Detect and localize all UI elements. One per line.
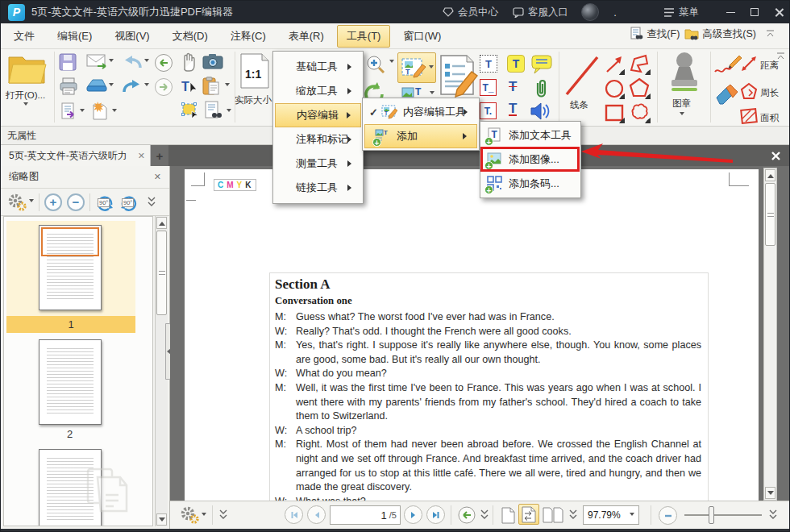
- maximize-button[interactable]: [742, 1, 767, 23]
- polyline-tool-button[interactable]: [628, 52, 651, 75]
- next-page-button[interactable]: [404, 505, 422, 524]
- previous-view-nav-button[interactable]: [457, 505, 476, 524]
- status-options-button[interactable]: [180, 506, 206, 524]
- distance-tool-button[interactable]: [739, 54, 759, 73]
- select-area-tool-button[interactable]: [180, 101, 201, 122]
- status-expand-chevron-icon[interactable]: [218, 509, 228, 521]
- scrollbar-thumb[interactable]: [156, 231, 167, 315]
- find-button[interactable]: 查找(F): [630, 27, 680, 41]
- redo-caret[interactable]: [144, 83, 149, 89]
- menu-item-measure-tools[interactable]: 测量工具: [275, 152, 361, 176]
- customer-service-button[interactable]: 客服入口: [513, 6, 568, 19]
- select-text-tool-button[interactable]: T: [180, 77, 199, 97]
- previous-view-button[interactable]: [154, 53, 173, 73]
- zoom-in-tool-button[interactable]: [365, 54, 386, 75]
- snapshot-button[interactable]: [202, 53, 223, 69]
- menu-item-content-edit[interactable]: 内容编辑: [275, 103, 361, 127]
- doc-scrollbar-thumb[interactable]: [765, 183, 775, 246]
- rectangle-tool-button[interactable]: [604, 102, 625, 123]
- search-document-button[interactable]: [204, 101, 223, 120]
- zoom-slider-handle[interactable]: [709, 506, 714, 524]
- circle-tool-button[interactable]: [604, 78, 625, 99]
- first-page-button[interactable]: [285, 505, 303, 524]
- scanner-button[interactable]: [86, 78, 107, 93]
- callout-text-tool-button[interactable]: T.: [480, 102, 497, 119]
- stamp-caret[interactable]: [680, 112, 684, 118]
- cloud-tool-button[interactable]: [628, 101, 651, 123]
- perimeter-tool-button[interactable]: [739, 81, 759, 101]
- menu-tools[interactable]: 工具(T): [337, 25, 391, 48]
- submenu-item-content-edit-tool[interactable]: ✓ T 内容编辑工具: [364, 100, 477, 124]
- undo-caret[interactable]: [144, 59, 149, 64]
- menu-edit[interactable]: 编辑(E): [48, 25, 102, 48]
- menu-item-link-tools[interactable]: 链接工具: [275, 176, 361, 200]
- redo-button[interactable]: [122, 77, 143, 95]
- user-avatar[interactable]: [581, 3, 599, 21]
- menu-window[interactable]: 窗口(W): [393, 25, 451, 48]
- thumbnail-page-2-label[interactable]: 2: [67, 428, 73, 440]
- eraser-tool-button[interactable]: [713, 83, 741, 107]
- thumbnail-zoom-in-button[interactable]: +: [44, 193, 62, 211]
- minimize-button[interactable]: [718, 1, 742, 23]
- close-button[interactable]: [767, 1, 790, 23]
- document-tab[interactable]: 5页-英文文件-英语六级听力 ✕: [1, 145, 151, 166]
- textbox-tool-button[interactable]: T_: [480, 79, 497, 96]
- print-button[interactable]: [59, 77, 78, 95]
- content-edit-tool-button[interactable]: T: [397, 52, 436, 83]
- fit-width-layout-button[interactable]: [518, 504, 539, 525]
- collapse-menubar-icon[interactable]: [766, 30, 775, 38]
- pdf-text-block[interactable]: Section A Conversation one M:Guess what?…: [269, 272, 709, 501]
- single-page-layout-button[interactable]: [497, 505, 518, 526]
- underline-text-button[interactable]: T: [509, 102, 517, 116]
- thumbnail-zoom-out-button[interactable]: −: [67, 193, 85, 211]
- new-document-caret[interactable]: [112, 109, 117, 114]
- clipboard-caret[interactable]: [225, 83, 230, 89]
- previous-page-button[interactable]: [307, 505, 326, 524]
- submenu-item-add-barcode[interactable]: + 添加条码...: [482, 172, 579, 196]
- thumbnail-options-button[interactable]: [7, 193, 34, 211]
- comment-note-button[interactable]: [531, 55, 552, 74]
- actual-size-button[interactable]: 1:1: [239, 52, 270, 89]
- menu-item-annotation[interactable]: 注释和标记: [275, 127, 361, 152]
- menu-item-zoom-tools[interactable]: 缩放工具: [275, 79, 361, 103]
- more-tools-chevron-icon[interactable]: [147, 197, 156, 208]
- pdf-page[interactable]: C M Y K Section A Conversation one M:Gue…: [185, 169, 759, 501]
- polygon-tool-button[interactable]: [628, 77, 651, 99]
- next-view-button[interactable]: [154, 77, 173, 97]
- document-scrollbar[interactable]: [763, 168, 777, 501]
- highlight-text-button[interactable]: T: [507, 55, 525, 73]
- menu-file[interactable]: 文件: [4, 25, 44, 48]
- edit-document-button[interactable]: [438, 54, 478, 101]
- open-caret[interactable]: [23, 102, 28, 108]
- attachment-button[interactable]: [533, 78, 549, 99]
- page-viewport-indicator[interactable]: [41, 227, 99, 256]
- zoom-out-button[interactable]: [659, 506, 677, 525]
- thumbnail-page-1-label[interactable]: 1: [6, 316, 135, 333]
- view-history-chevron-icon[interactable]: [480, 509, 489, 521]
- email-caret[interactable]: [109, 59, 114, 64]
- menu-comment[interactable]: 注释(C): [221, 25, 276, 48]
- last-page-button[interactable]: [426, 505, 445, 524]
- page-number-input[interactable]: [344, 509, 389, 522]
- email-button[interactable]: [86, 54, 107, 69]
- close-document-button[interactable]: [768, 148, 783, 163]
- menu-form[interactable]: 表单(R): [279, 25, 334, 48]
- rotate-left-button[interactable]: 90°: [95, 193, 114, 211]
- search-document-caret[interactable]: [227, 109, 231, 114]
- new-tab-button[interactable]: +: [151, 145, 168, 166]
- zoom-tool-caret[interactable]: [389, 60, 394, 65]
- thumbnail-page-1[interactable]: [39, 225, 102, 310]
- doc-scroll-up-button[interactable]: [765, 169, 775, 181]
- doc-scroll-down-button[interactable]: [765, 487, 775, 499]
- stamp-tool-button[interactable]: [665, 51, 704, 96]
- hamburger-menu-button[interactable]: 菜单: [663, 6, 699, 19]
- sound-annotation-button[interactable]: [530, 101, 552, 122]
- open-file-button[interactable]: [7, 52, 48, 86]
- hand-tool-button[interactable]: [180, 52, 198, 72]
- tab-close-icon[interactable]: ✕: [138, 151, 145, 161]
- thumbnail-page-2[interactable]: [39, 339, 102, 425]
- pencil-tool-button[interactable]: [713, 52, 742, 77]
- line-tool-button[interactable]: [563, 52, 601, 98]
- thumbnail-panel-close-icon[interactable]: ✕: [154, 172, 161, 182]
- paste-clipboard-button[interactable]: [202, 77, 220, 96]
